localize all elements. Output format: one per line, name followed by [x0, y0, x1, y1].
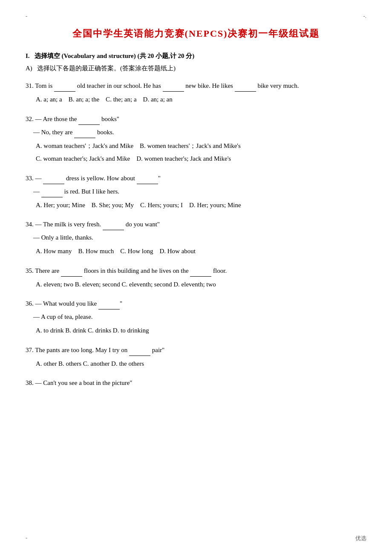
- q36-stem: 36. — What would you like ": [26, 298, 366, 309]
- q31-blank1: [54, 85, 75, 92]
- q32-blank1: [78, 118, 100, 125]
- q34-options: A. How many B. How much C. How long D. H…: [36, 245, 366, 257]
- question-36: 36. — What would you like " — A cup of t…: [26, 298, 366, 337]
- q37-blank1: [129, 349, 150, 356]
- q37-stem: 37. The pants are too long. May I try on…: [26, 344, 366, 356]
- q34-response: — Only a little, thanks.: [33, 232, 366, 243]
- q35-blank1: [61, 270, 82, 277]
- q32-options: A. woman teachers'；Jack's and Mike B. wo…: [36, 140, 366, 165]
- question-31: 31. Tom is old teacher in our school. He…: [26, 80, 366, 106]
- q36-blank1: [98, 303, 120, 309]
- section-i-detail: (共 20 小题,计 20 分): [138, 52, 195, 59]
- q32-stem: 32. — Are those the books": [26, 113, 366, 125]
- question-37: 37. The pants are too long. May I try on…: [26, 344, 366, 370]
- page-footer: - 优选: [0, 535, 392, 542]
- q33-response: — is red. But I like hers.: [33, 186, 366, 197]
- q36-options: A. to drink B. drink C. drinks D. to dri…: [36, 324, 366, 337]
- main-title: 全国中学生英语能力竞赛(NEPCS)决赛初一年级组试题: [26, 27, 366, 40]
- q31-number: 31. Tom is old teacher in our school. He…: [26, 82, 299, 89]
- q31-options-text: A. a; an; a B. an; a; the C. the; an; a …: [36, 96, 173, 103]
- section-i-label: I.: [26, 52, 30, 59]
- q34-blank1: [103, 223, 124, 230]
- q31-blank3: [235, 85, 256, 92]
- question-38: 38. — Can't you see a boat in the pictur…: [26, 377, 366, 389]
- question-32: 32. — Are those the books" — No, they ar…: [26, 113, 366, 165]
- q33-blank3: [41, 191, 63, 197]
- footer-right: 优选: [355, 535, 366, 542]
- section-i-title: I. 选择填空 (Vocabulary and structure) (共 20…: [26, 52, 366, 60]
- q33-blank1: [43, 177, 64, 184]
- q38-stem: 38. — Can't you see a boat in the pictur…: [26, 377, 366, 389]
- q33-options: A. Her; your; Mine B. She; you; My C. He…: [36, 199, 366, 211]
- q35-blank2: [190, 270, 211, 277]
- subsection-a-label: A): [26, 65, 32, 72]
- q32-blank2: [74, 131, 95, 138]
- q34-stem: 34. — The milk is very fresh. do you wan…: [26, 219, 366, 230]
- question-35: 35. There are floors in this building an…: [26, 265, 366, 291]
- footer-left: -: [26, 535, 27, 542]
- header-right: -.: [363, 13, 366, 20]
- subsection-a-text: 选择以下各题的最正确答案。(答案涂在答题纸上): [37, 65, 176, 72]
- q32-option-cd: C. woman teacher's; Jack's and Mike D. w…: [36, 153, 366, 165]
- question-33: 33. — dress is yellow. How about " — is …: [26, 173, 366, 211]
- q33-blank2: [137, 177, 158, 184]
- section-i-text: 选择填空 (Vocabulary and structure): [35, 52, 136, 59]
- header-left: -: [26, 13, 27, 20]
- q35-stem: 35. There are floors in this building an…: [26, 265, 366, 277]
- q33-stem: 33. — dress is yellow. How about ": [26, 173, 366, 184]
- q31-options: A. a; an; a B. an; a; the C. the; an; a …: [36, 93, 366, 106]
- q31-blank2: [163, 85, 184, 92]
- q36-response: — A cup of tea, please.: [33, 311, 366, 323]
- q32-option-ab: A. woman teachers'；Jack's and Mike B. wo…: [36, 140, 366, 152]
- page-header: - -.: [26, 13, 366, 20]
- q37-options: A. other B. others C. another D. the oth…: [36, 358, 366, 370]
- q35-options: A. eleven; two B. eleven; second C. elev…: [36, 278, 366, 291]
- q31-stem: 31. Tom is old teacher in our school. He…: [26, 80, 366, 92]
- question-34: 34. — The milk is very fresh. do you wan…: [26, 219, 366, 257]
- q32-response: — No, they are books.: [33, 127, 366, 138]
- subsection-a-instruction: A) 选择以下各题的最正确答案。(答案涂在答题纸上): [26, 64, 366, 72]
